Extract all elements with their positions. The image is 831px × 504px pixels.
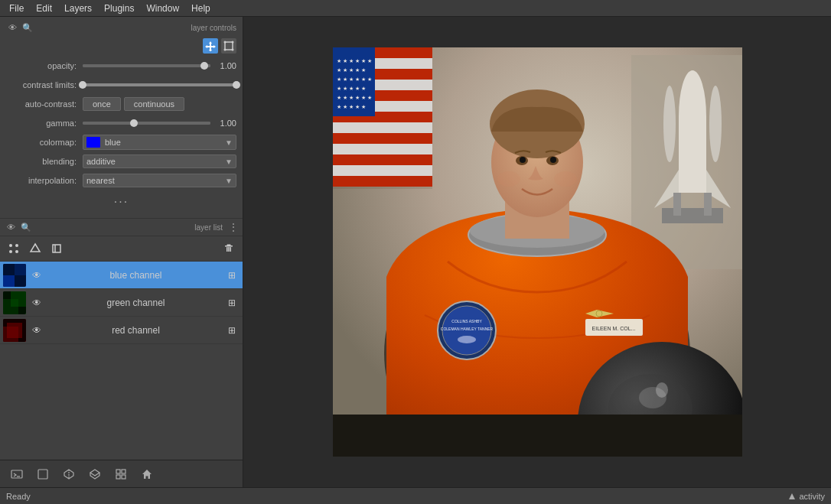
auto-contrast-once-button[interactable]: once — [83, 97, 121, 111]
interpolation-arrow-icon: ▼ — [225, 177, 233, 185]
svg-rect-30 — [122, 475, 125, 479]
layer-name: blue channel — [47, 270, 224, 281]
svg-rect-12 — [230, 247, 232, 252]
auto-contrast-continuous-button[interactable]: continuous — [124, 97, 184, 111]
svg-rect-29 — [116, 475, 120, 479]
layer-expand-icon: ⊞ — [224, 295, 240, 311]
layer-list-menu-icon[interactable]: ⋮ — [229, 222, 238, 232]
main-layout: 👁 🔍 layer controls — [0, 17, 831, 487]
bottom-toolbar — [0, 460, 243, 487]
svg-rect-23 — [7, 323, 22, 338]
gamma-label: gamma: — [6, 119, 83, 128]
colormap-row: colormap: blue ▼ — [6, 135, 236, 150]
astronaut-image-svg: ★ ★ ★ ★ ★ ★ ★ ★ ★ ★ ★ ★ ★ ★ ★ ★ ★ ★ ★ ★ … — [333, 47, 742, 457]
eye-small-icon: 👁 — [6, 21, 18, 34]
auto-contrast-label: auto-contrast: — [6, 99, 83, 109]
activity-button[interactable]: activity — [788, 492, 825, 501]
layer-tools-bar — [0, 236, 243, 262]
layer-list-header: 👁 🔍 layer list ⋮ — [0, 219, 243, 236]
opacity-control: 1.00 — [83, 61, 236, 70]
menubar: File Edit Layers Plugins Window Help — [0, 0, 831, 17]
svg-rect-17 — [15, 264, 26, 275]
layer-item[interactable]: 👁 green channel ⊞ — [0, 289, 243, 317]
svg-rect-13 — [225, 245, 233, 247]
blending-dropdown[interactable]: additive ▼ — [83, 154, 236, 168]
opacity-value: 1.00 — [213, 61, 236, 70]
transform-tool-button[interactable] — [221, 38, 236, 54]
new-3d-bottom-button[interactable] — [84, 463, 106, 485]
menu-window[interactable]: Window — [140, 2, 185, 15]
interpolation-label: interpolation: — [6, 176, 83, 185]
interpolation-value: nearest — [86, 176, 225, 185]
grid-view-button[interactable] — [110, 463, 132, 485]
activity-label: activity — [799, 492, 825, 501]
colormap-label: colormap: — [6, 138, 83, 147]
svg-text:COLEMAN HAWLEY TANNER: COLEMAN HAWLEY TANNER — [440, 327, 493, 331]
console-button[interactable] — [6, 463, 28, 485]
layer-controls-title: layer controls — [34, 24, 236, 32]
svg-rect-20 — [11, 291, 26, 307]
svg-rect-52 — [333, 47, 432, 189]
interpolation-control: nearest ▼ — [83, 174, 236, 187]
opacity-row: opacity: 1.00 — [6, 58, 236, 73]
interpolation-dropdown[interactable]: nearest ▼ — [83, 174, 236, 187]
menu-plugins[interactable]: Plugins — [98, 2, 140, 15]
move-tool-button[interactable] — [203, 38, 218, 54]
gamma-slider[interactable] — [83, 122, 210, 125]
svg-point-4 — [232, 49, 234, 51]
menu-edit[interactable]: Edit — [30, 2, 58, 15]
dots-layer-button[interactable] — [5, 239, 23, 258]
more-controls-button[interactable]: ··· — [114, 195, 129, 209]
contrast-row: contrast limits: — [6, 77, 236, 93]
layer-controls-panel: 👁 🔍 layer controls — [0, 17, 243, 219]
lock-small-icon: 🔍 — [21, 21, 34, 34]
svg-rect-86 — [333, 415, 742, 457]
contrast-slider[interactable] — [83, 83, 236, 86]
layer-thumbnail — [3, 319, 26, 342]
layer-expand-icon: ⊞ — [224, 268, 240, 283]
contrast-label: contrast limits: — [6, 80, 83, 89]
menu-layers[interactable]: Layers — [58, 2, 98, 15]
layer-item[interactable]: 👁 red channel ⊞ — [0, 317, 243, 344]
colormap-swatch — [86, 137, 100, 148]
layer-visibility-icon[interactable]: 👁 — [29, 268, 44, 283]
eye-list-icon: 👁 — [5, 221, 17, 233]
svg-point-7 — [9, 250, 12, 253]
svg-point-6 — [15, 244, 18, 247]
layer-expand-icon: ⊞ — [224, 323, 240, 338]
left-panel: 👁 🔍 layer controls — [0, 17, 243, 487]
layer-item[interactable]: 👁 blue channel ⊞ — [0, 262, 243, 289]
svg-rect-14 — [227, 245, 231, 246]
svg-rect-10 — [226, 247, 228, 252]
svg-rect-27 — [116, 470, 120, 473]
auto-contrast-control: once continuous — [83, 97, 236, 111]
layer-thumbnail — [3, 291, 26, 314]
label-layer-button[interactable] — [47, 239, 66, 258]
colormap-dropdown[interactable]: blue ▼ — [83, 135, 236, 150]
delete-layer-button[interactable] — [220, 239, 238, 258]
svg-point-1 — [224, 41, 226, 44]
layer-controls-header: 👁 🔍 layer controls — [6, 20, 236, 35]
gamma-control: 1.00 — [83, 119, 236, 128]
colormap-value: blue — [105, 138, 225, 147]
svg-marker-87 — [789, 493, 795, 499]
new-3d-top-button[interactable] — [58, 463, 80, 485]
layer-visibility-icon[interactable]: 👁 — [29, 295, 44, 311]
svg-point-79 — [550, 157, 556, 163]
home-button[interactable] — [136, 463, 158, 485]
blending-label: blending: — [6, 157, 83, 166]
layer-visibility-icon[interactable]: 👁 — [29, 323, 44, 338]
blending-control: additive ▼ — [83, 154, 236, 168]
opacity-slider[interactable] — [83, 64, 210, 67]
svg-text:COLLINS ASHBY: COLLINS ASHBY — [451, 319, 482, 324]
menu-file[interactable]: File — [3, 2, 30, 15]
menu-help[interactable]: Help — [185, 2, 217, 15]
lock-list-icon: 🔍 — [20, 221, 32, 233]
viewer-image: ★ ★ ★ ★ ★ ★ ★ ★ ★ ★ ★ ★ ★ ★ ★ ★ ★ ★ ★ ★ … — [333, 47, 742, 457]
polygon-layer-button[interactable] — [26, 239, 44, 258]
interpolation-row: interpolation: nearest ▼ — [6, 173, 236, 188]
svg-point-81 — [554, 171, 577, 187]
new-2d-button[interactable] — [32, 463, 54, 485]
canvas-area: ★ ★ ★ ★ ★ ★ ★ ★ ★ ★ ★ ★ ★ ★ ★ ★ ★ ★ ★ ★ … — [243, 17, 831, 487]
contrast-control — [83, 83, 236, 86]
